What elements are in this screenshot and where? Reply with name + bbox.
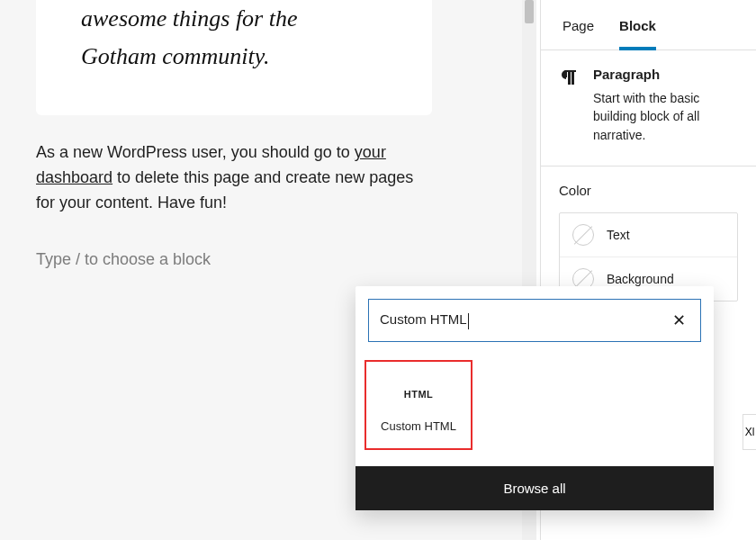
scrollbar-thumb[interactable] <box>525 0 534 23</box>
text-cursor <box>468 313 469 329</box>
block-title: Paragraph <box>593 67 738 82</box>
tab-block[interactable]: Block <box>619 5 656 50</box>
results-area: HTML Custom HTML <box>356 355 714 466</box>
tab-page[interactable]: Page <box>562 5 594 47</box>
html-icon: HTML <box>404 389 434 400</box>
color-heading: Color <box>559 183 738 198</box>
search-input-value: Custom HTML <box>380 311 467 327</box>
block-inserter-popup: Custom HTML ✕ HTML Custom HTML Browse al… <box>356 286 714 510</box>
block-description-text: Paragraph Start with the basic building … <box>593 67 738 144</box>
color-row-text[interactable]: Text <box>560 213 737 257</box>
hero-line-1: awesome things for the <box>81 5 298 32</box>
body-paragraph[interactable]: As a new WordPress user, you should go t… <box>36 140 432 216</box>
sidebar-tabs: Page Block <box>541 0 756 50</box>
result-custom-html[interactable]: HTML Custom HTML <box>364 360 472 450</box>
browse-all-button[interactable]: Browse all <box>356 466 714 510</box>
search-input[interactable]: Custom HTML <box>380 311 669 328</box>
hero-line-2: Gotham community. <box>81 43 269 69</box>
content-card: awesome things for the Gotham community. <box>36 0 432 115</box>
hero-paragraph[interactable]: awesome things for the Gotham community. <box>81 0 387 75</box>
block-subtitle: Start with the basic building block of a… <box>593 89 738 144</box>
search-wrap: Custom HTML ✕ <box>356 286 714 355</box>
color-label-background: Background <box>607 272 674 286</box>
color-label-text: Text <box>607 228 630 242</box>
block-placeholder[interactable]: Type / to choose a block <box>36 250 211 269</box>
svg-rect-0 <box>569 70 571 85</box>
swatch-empty-icon <box>572 224 594 246</box>
result-label: Custom HTML <box>381 419 456 433</box>
clear-search-icon[interactable]: ✕ <box>669 307 689 334</box>
search-box[interactable]: Custom HTML ✕ <box>368 299 701 342</box>
svg-rect-1 <box>572 70 574 85</box>
para-text-before: As a new WordPress user, you should go t… <box>36 143 355 161</box>
side-extra-tab[interactable]: Xl <box>742 414 756 450</box>
paragraph-icon <box>559 67 580 88</box>
block-description: Paragraph Start with the basic building … <box>541 50 756 166</box>
